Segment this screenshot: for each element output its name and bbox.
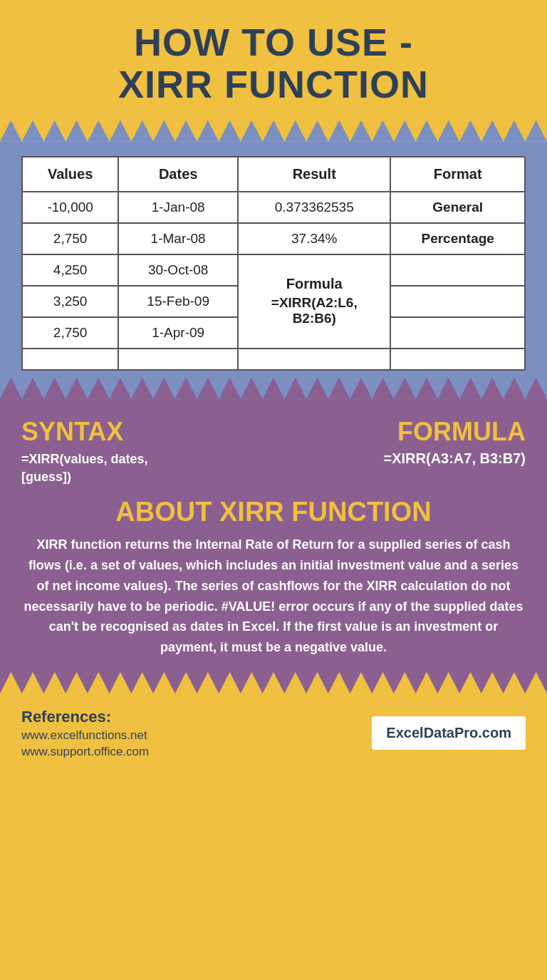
col-header-format: Format bbox=[390, 157, 525, 192]
cell-empty-2 bbox=[118, 349, 238, 370]
cell-date-3: 30-Oct-08 bbox=[118, 254, 238, 286]
about-text: XIRR function returns the Internal Rate … bbox=[21, 535, 526, 658]
cell-result-1: 0.373362535 bbox=[238, 192, 390, 223]
reference-link-1: www.excelfunctions.net bbox=[21, 728, 372, 743]
cell-value-4: 3,250 bbox=[22, 286, 118, 317]
cell-date-5: 1-Apr-09 bbox=[118, 317, 238, 349]
table-row: 2,750 1-Mar-08 37.34% Percentage bbox=[22, 223, 525, 254]
table-row-empty bbox=[22, 349, 525, 370]
table-section: Values Dates Result Format -10,000 1-Jan… bbox=[0, 142, 547, 378]
purple-section: SYNTAX =XIRR(values, dates, [guess]) FOR… bbox=[0, 399, 547, 672]
formula-label: FORMULA bbox=[283, 417, 526, 447]
header: HOW TO USE - XIRR FUNCTION bbox=[0, 0, 547, 120]
cell-empty-1 bbox=[22, 349, 118, 370]
reference-link-2: www.support.office.com bbox=[21, 745, 372, 759]
xirr-table: Values Dates Result Format -10,000 1-Jan… bbox=[21, 156, 526, 371]
table-row: 4,250 30-Oct-08 Formula =XIRR(A2:L6, B2:… bbox=[22, 254, 525, 286]
cell-formula-label: Formula =XIRR(A2:L6, B2:B6) bbox=[238, 254, 390, 349]
cell-format-1: General bbox=[390, 192, 525, 223]
syntax-formula-row: SYNTAX =XIRR(values, dates, [guess]) FOR… bbox=[21, 417, 526, 486]
about-title: ABOUT XIRR FUNCTION bbox=[21, 497, 526, 527]
cell-date-4: 15-Feb-09 bbox=[118, 286, 238, 317]
table-row: -10,000 1-Jan-08 0.373362535 General bbox=[22, 192, 525, 223]
cell-value-1: -10,000 bbox=[22, 192, 118, 223]
zigzag-border-bottom bbox=[0, 672, 547, 693]
col-header-dates: Dates bbox=[118, 157, 238, 192]
formula-column: FORMULA =XIRR(A3:A7, B3:B7) bbox=[283, 417, 526, 467]
references-column: References: www.excelfunctions.net www.s… bbox=[21, 708, 372, 759]
cell-result-2: 37.34% bbox=[238, 223, 390, 254]
zigzag-border-top bbox=[0, 120, 547, 142]
cell-value-3: 4,250 bbox=[22, 254, 118, 286]
cell-formula-value: =XIRR(A2:L6, B2:B6) bbox=[249, 295, 379, 326]
footer-section: References: www.excelfunctions.net www.s… bbox=[0, 693, 547, 780]
cell-format-4 bbox=[390, 286, 525, 317]
cell-date-1: 1-Jan-08 bbox=[118, 192, 238, 223]
references-title: References: bbox=[21, 708, 372, 726]
col-header-result: Result bbox=[238, 157, 390, 192]
formula-text: =XIRR(A3:A7, B3:B7) bbox=[283, 450, 526, 467]
brand-name: ExcelDataPro.com bbox=[386, 725, 511, 741]
syntax-label: SYNTAX bbox=[21, 417, 264, 447]
cell-format-2: Percentage bbox=[390, 223, 525, 254]
cell-date-2: 1-Mar-08 bbox=[118, 223, 238, 254]
cell-empty-4 bbox=[390, 349, 525, 370]
brand-box: ExcelDataPro.com bbox=[372, 716, 526, 750]
cell-value-5: 2,750 bbox=[22, 317, 118, 349]
cell-format-3 bbox=[390, 254, 525, 286]
syntax-text: =XIRR(values, dates, [guess]) bbox=[21, 450, 264, 486]
cell-value-2: 2,750 bbox=[22, 223, 118, 254]
cell-empty-3 bbox=[238, 349, 390, 370]
col-header-values: Values bbox=[22, 157, 118, 192]
zigzag-border-mid bbox=[0, 378, 547, 399]
syntax-column: SYNTAX =XIRR(values, dates, [guess]) bbox=[21, 417, 264, 486]
page-title: HOW TO USE - XIRR FUNCTION bbox=[14, 21, 533, 106]
cell-format-5 bbox=[390, 317, 525, 349]
